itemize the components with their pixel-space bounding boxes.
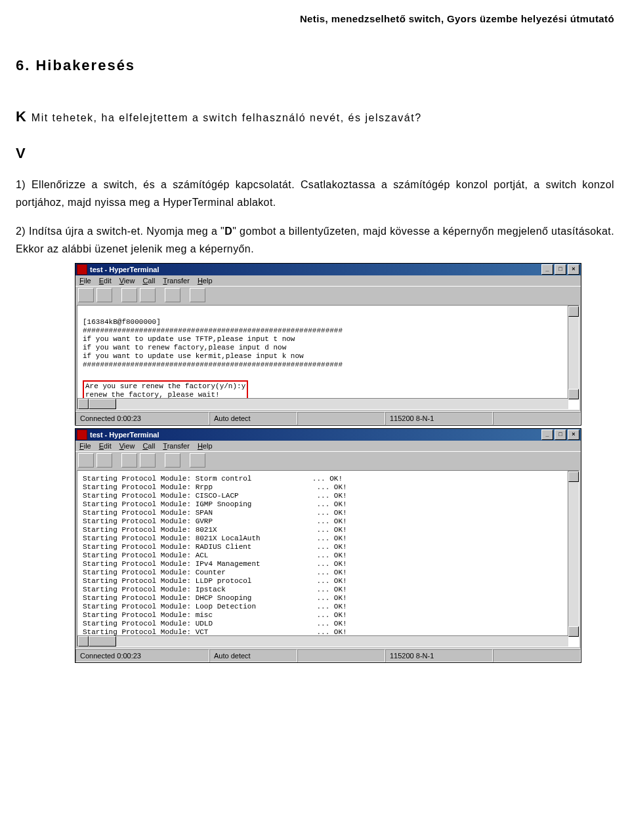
status-autodetect: Auto detect [209, 649, 297, 662]
menubar: File Edit View Call Transfer Help [75, 441, 581, 451]
scroll-down-icon[interactable] [568, 626, 579, 637]
toolbar-button[interactable] [190, 288, 205, 302]
status-bar: Connected 0:00:23 Auto detect 115200 8-N… [75, 411, 581, 425]
question-lead: K [16, 108, 28, 125]
menu-help[interactable]: Help [198, 442, 213, 450]
status-bar: Connected 0:00:23 Auto detect 115200 8-N… [75, 649, 581, 662]
question-text: Mit tehetek, ha elfelejtettem a switch f… [28, 112, 422, 123]
toolbar-button[interactable] [165, 288, 180, 302]
vertical-scrollbar[interactable] [568, 306, 579, 399]
menu-view[interactable]: View [119, 277, 135, 285]
status-autodetect: Auto detect [209, 412, 297, 425]
menu-edit[interactable]: Edit [99, 442, 112, 450]
toolbar-separator [183, 288, 187, 301]
status-empty [493, 649, 581, 662]
toolbar-button[interactable] [121, 453, 137, 468]
scroll-right-icon[interactable] [78, 399, 89, 409]
scroll-thumb[interactable] [89, 399, 116, 409]
menu-call[interactable]: Call [142, 442, 155, 450]
window-title: test - HyperTerminal [90, 431, 541, 439]
close-button[interactable]: × [568, 430, 579, 440]
status-connected: Connected 0:00:23 [75, 412, 209, 425]
status-baud: 115200 8-N-1 [385, 649, 493, 662]
answer-lead-line: V [16, 141, 614, 165]
menubar: File Edit View Call Transfer Help [75, 275, 581, 286]
hyperterminal-window-1: test - HyperTerminal _ □ × File Edit Vie… [75, 263, 581, 426]
menu-help[interactable]: Help [198, 277, 213, 285]
scroll-right-icon[interactable] [78, 636, 89, 647]
app-icon [77, 430, 87, 440]
status-connected: Connected 0:00:23 [75, 649, 209, 662]
app-icon [77, 264, 87, 275]
menu-call[interactable]: Call [142, 277, 155, 285]
status-empty [297, 649, 385, 662]
hyperterminal-window-2: test - HyperTerminal _ □ × File Edit Vie… [75, 428, 581, 663]
status-empty [297, 412, 385, 425]
minimize-button[interactable]: _ [541, 264, 553, 275]
answer-p2: 2) Indítsa újra a switch-et. Nyomja meg … [16, 222, 614, 258]
scroll-down-icon[interactable] [568, 389, 579, 399]
toolbar-button[interactable] [140, 288, 156, 302]
toolbar [75, 286, 581, 304]
vertical-scrollbar[interactable] [568, 471, 579, 637]
menu-view[interactable]: View [119, 442, 135, 450]
menu-transfer[interactable]: Transfer [163, 442, 190, 450]
toolbar-button[interactable] [190, 453, 205, 468]
menu-edit[interactable]: Edit [99, 277, 112, 285]
scroll-thumb[interactable] [89, 636, 116, 647]
minimize-button[interactable]: _ [541, 430, 553, 440]
toolbar-separator [158, 288, 162, 301]
toolbar-button[interactable] [140, 453, 156, 468]
menu-transfer[interactable]: Transfer [163, 277, 190, 285]
toolbar-button[interactable] [78, 288, 94, 302]
menu-file[interactable]: File [79, 442, 91, 450]
section-title: 6. Hibakeresés [16, 57, 614, 74]
terminal-output: [16384kB@f8000000] #####################… [77, 305, 579, 410]
scroll-up-icon[interactable] [568, 306, 579, 317]
toolbar-separator [158, 453, 162, 466]
toolbar-button[interactable] [96, 453, 112, 468]
terminal-output: Starting Protocol Module: Storm control … [77, 470, 579, 647]
horizontal-scrollbar[interactable] [77, 635, 568, 647]
menu-file[interactable]: File [79, 277, 91, 285]
toolbar-separator [115, 453, 119, 466]
titlebar[interactable]: test - HyperTerminal _ □ × [75, 264, 581, 275]
titlebar[interactable]: test - HyperTerminal _ □ × [75, 429, 581, 441]
answer-p1: 1) Ellenőrizze a switch, és a számítógép… [16, 176, 614, 211]
page-header: Netis, menedzselhető switch, Gyors üzemb… [16, 13, 614, 24]
toolbar-button[interactable] [121, 288, 137, 302]
toolbar-separator [115, 288, 119, 301]
answer-lead: V [16, 145, 27, 161]
toolbar [75, 451, 581, 469]
toolbar-button[interactable] [165, 453, 180, 468]
toolbar-separator [183, 453, 187, 466]
window-title: test - HyperTerminal [90, 266, 541, 273]
toolbar-button[interactable] [78, 453, 94, 468]
horizontal-scrollbar[interactable] [77, 398, 568, 409]
close-button[interactable]: × [568, 264, 579, 275]
question-paragraph: K Mit tehetek, ha elfelejtettem a switch… [16, 103, 614, 130]
status-baud: 115200 8-N-1 [385, 412, 493, 425]
maximize-button[interactable]: □ [555, 430, 566, 440]
scroll-up-icon[interactable] [568, 471, 579, 482]
maximize-button[interactable]: □ [555, 264, 566, 275]
status-empty [493, 412, 581, 425]
toolbar-button[interactable] [96, 288, 112, 302]
